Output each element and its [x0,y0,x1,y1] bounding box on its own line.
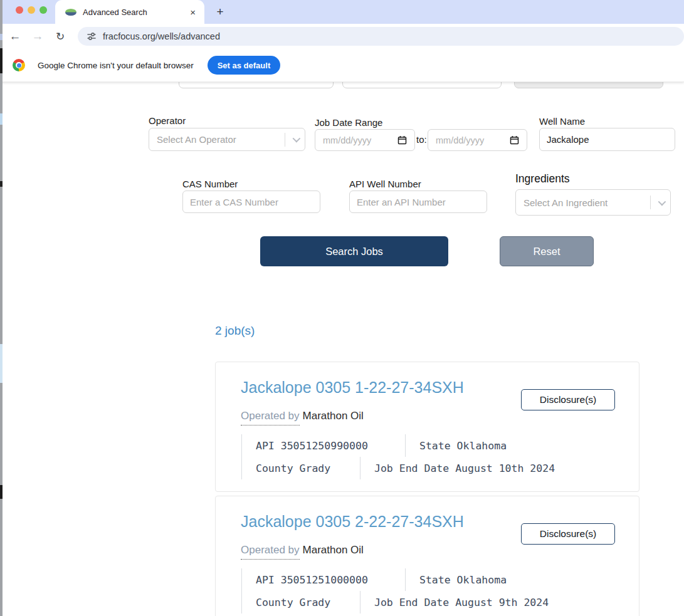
county-cell: County Grady [242,457,360,479]
back-button[interactable]: ← [6,28,24,45]
chevron-down-icon [293,135,301,143]
operator-select[interactable]: Select An Operator [149,128,305,151]
tab-strip: Advanced Search × + [0,0,684,24]
operated-by-line: Operated byMarathon Oil [241,544,364,556]
disclosures-button[interactable]: Disclosure(s) [521,523,615,545]
default-browser-notification: Google Chrome isn't your default browser… [0,49,684,82]
job-card: Jackalope 0305 1-22-27-34SXH Disclosure(… [215,362,639,492]
reload-button[interactable]: ↻ [51,28,69,45]
table-row: County Grady Job End Date August 10th 20… [242,457,555,479]
page-content: Operator Select An Operator Job Date Ran… [0,82,684,616]
window-close-button[interactable] [16,6,23,14]
job-title-link[interactable]: Jackalope 0305 1-22-27-34SXH [241,378,464,397]
state-cell: State Oklahoma [405,434,507,457]
set-as-default-button[interactable]: Set as default [208,56,281,75]
calendar-icon[interactable] [397,135,407,145]
site-info-icon[interactable] [87,31,97,41]
chrome-logo-icon [13,59,25,71]
cas-number-label: CAS Number [182,179,238,189]
operated-by-label: Operated by [241,544,300,560]
browser-chrome: Advanced Search × + ← → ↻ fracfocus.org/… [0,0,684,82]
job-details-table: API 35051251000000 State Oklahoma County… [241,568,549,613]
new-tab-button[interactable]: + [212,4,228,20]
operator-label: Operator [149,115,186,126]
operator-name: Marathon Oil [303,544,364,556]
table-row: API 35051250990000 State Oklahoma [242,434,555,457]
cutoff-input-3[interactable] [514,82,663,88]
browser-tab[interactable]: Advanced Search × [55,0,204,24]
calendar-icon[interactable] [510,135,519,145]
api-cell: API 35051250990000 [242,434,405,457]
window-zoom-button[interactable] [39,6,47,14]
address-bar[interactable]: fracfocus.org/wells/advanced [78,27,684,46]
well-name-input[interactable] [539,128,675,151]
api-cell: API 35051251000000 [242,568,405,591]
window-minimize-button[interactable] [28,6,35,14]
operated-by-label: Operated by [241,410,300,425]
chevron-down-icon [658,197,666,206]
cutoff-input-2[interactable] [342,82,502,88]
job-end-date-cell: Job End Date August 10th 2024 [360,457,555,479]
job-card: Jackalope 0305 2-22-27-34SXH Disclosure(… [215,496,639,616]
state-cell: State Oklahoma [405,568,507,591]
cas-number-input[interactable] [182,191,320,213]
job-details-table: API 35051250990000 State Oklahoma County… [241,434,555,479]
ingredients-label: Ingredients [515,172,570,185]
job-end-date-cell: Job End Date August 9th 2024 [360,591,549,613]
disclosures-button[interactable]: Disclosure(s) [521,389,615,410]
api-well-number-label: API Well Number [349,179,421,189]
api-well-number-input[interactable] [349,191,487,213]
well-name-label: Well Name [539,116,585,127]
county-cell: County Grady [242,591,360,613]
operator-name: Marathon Oil [303,410,364,422]
ingredients-select[interactable]: Select An Ingredient [515,189,671,216]
reset-button[interactable]: Reset [500,236,594,266]
forward-button[interactable]: → [29,28,46,45]
browser-toolbar: ← → ↻ fracfocus.org/wells/advanced [0,24,684,49]
tab-title: Advanced Search [83,8,187,17]
site-favicon-icon [65,9,76,16]
browser-window: Advanced Search × + ← → ↻ fracfocus.org/… [0,0,684,616]
table-row: API 35051251000000 State Oklahoma [242,568,549,591]
url-text: fracfocus.org/wells/advanced [103,31,220,41]
operated-by-line: Operated byMarathon Oil [241,410,364,422]
search-jobs-button[interactable]: Search Jobs [260,236,448,266]
table-row: County Grady Job End Date August 9th 202… [242,591,549,613]
job-date-range-label: Job Date Range [315,117,382,128]
job-date-from-input[interactable]: mm/dd/yyyy [315,129,415,151]
job-title-link[interactable]: Jackalope 0305 2-22-27-34SXH [241,513,464,531]
job-count: 2 job(s) [215,324,255,338]
notification-text: Google Chrome isn't your default browser [38,61,194,70]
job-date-to-input[interactable]: mm/dd/yyyy [428,129,527,151]
cutoff-input-1[interactable] [179,82,334,88]
background-window-sliver [0,0,3,616]
tab-close-icon[interactable]: × [187,7,198,18]
date-range-separator: to: [416,134,427,145]
